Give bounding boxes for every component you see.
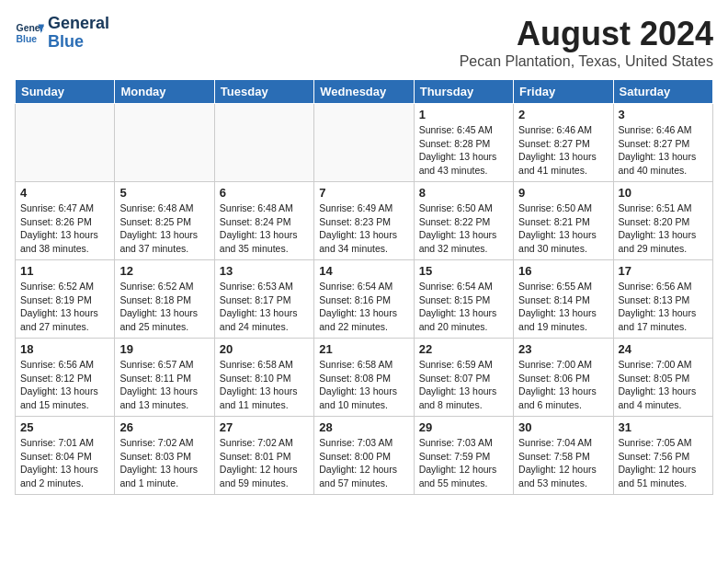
week-row-1: 1Sunrise: 6:45 AMSunset: 8:28 PMDaylight… bbox=[16, 104, 713, 182]
day-info: Sunrise: 7:03 AMSunset: 7:59 PMDaylight:… bbox=[419, 436, 508, 490]
day-number: 16 bbox=[518, 264, 608, 278]
week-row-5: 25Sunrise: 7:01 AMSunset: 8:04 PMDayligh… bbox=[16, 417, 713, 495]
calendar-cell: 26Sunrise: 7:02 AMSunset: 8:03 PMDayligh… bbox=[115, 417, 214, 495]
day-number: 5 bbox=[119, 186, 209, 200]
calendar-cell: 17Sunrise: 6:56 AMSunset: 8:13 PMDayligh… bbox=[613, 260, 712, 339]
day-info: Sunrise: 6:59 AMSunset: 8:07 PMDaylight:… bbox=[419, 358, 508, 412]
day-number: 22 bbox=[419, 342, 508, 356]
day-number: 13 bbox=[220, 264, 309, 278]
day-number: 11 bbox=[20, 264, 109, 278]
calendar-cell: 9Sunrise: 6:50 AMSunset: 8:21 PMDaylight… bbox=[514, 182, 613, 260]
day-number: 20 bbox=[220, 342, 309, 356]
day-number: 1 bbox=[419, 108, 508, 121]
calendar-cell bbox=[214, 104, 313, 182]
week-row-4: 18Sunrise: 6:56 AMSunset: 8:12 PMDayligh… bbox=[16, 339, 713, 417]
calendar-cell: 14Sunrise: 6:54 AMSunset: 8:16 PMDayligh… bbox=[314, 260, 414, 339]
calendar-cell: 22Sunrise: 6:59 AMSunset: 8:07 PMDayligh… bbox=[414, 339, 513, 417]
day-info: Sunrise: 6:53 AMSunset: 8:17 PMDaylight:… bbox=[220, 280, 309, 334]
calendar-cell: 11Sunrise: 6:52 AMSunset: 8:19 PMDayligh… bbox=[16, 260, 115, 339]
day-number: 29 bbox=[419, 420, 508, 434]
calendar-cell: 2Sunrise: 6:46 AMSunset: 8:27 PMDaylight… bbox=[514, 104, 613, 182]
day-info: Sunrise: 7:00 AMSunset: 8:06 PMDaylight:… bbox=[518, 358, 608, 412]
calendar-cell: 24Sunrise: 7:00 AMSunset: 8:05 PMDayligh… bbox=[613, 339, 712, 417]
location-title: Pecan Plantation, Texas, United States bbox=[460, 53, 713, 70]
calendar-cell: 27Sunrise: 7:02 AMSunset: 8:01 PMDayligh… bbox=[214, 417, 313, 495]
logo-icon: General Blue bbox=[15, 18, 44, 48]
day-info: Sunrise: 6:50 AMSunset: 8:22 PMDaylight:… bbox=[419, 201, 508, 256]
day-info: Sunrise: 6:48 AMSunset: 8:25 PMDaylight:… bbox=[119, 201, 209, 256]
day-number: 28 bbox=[319, 420, 408, 434]
day-info: Sunrise: 7:00 AMSunset: 8:05 PMDaylight:… bbox=[619, 358, 708, 412]
day-info: Sunrise: 6:50 AMSunset: 8:21 PMDaylight:… bbox=[518, 201, 608, 256]
weekday-header-wednesday: Wednesday bbox=[314, 80, 414, 104]
day-number: 7 bbox=[319, 186, 408, 200]
day-number: 6 bbox=[220, 186, 309, 200]
calendar-cell bbox=[314, 104, 414, 182]
day-info: Sunrise: 6:52 AMSunset: 8:19 PMDaylight:… bbox=[20, 280, 109, 334]
day-number: 2 bbox=[518, 108, 608, 121]
calendar-cell: 5Sunrise: 6:48 AMSunset: 8:25 PMDaylight… bbox=[115, 182, 214, 260]
day-info: Sunrise: 7:03 AMSunset: 8:00 PMDaylight:… bbox=[319, 436, 408, 490]
calendar-cell: 20Sunrise: 6:58 AMSunset: 8:10 PMDayligh… bbox=[214, 339, 313, 417]
day-info: Sunrise: 6:54 AMSunset: 8:16 PMDaylight:… bbox=[319, 280, 408, 334]
weekday-header-monday: Monday bbox=[115, 80, 214, 104]
day-number: 15 bbox=[419, 264, 508, 278]
weekday-header-thursday: Thursday bbox=[414, 80, 513, 104]
week-row-3: 11Sunrise: 6:52 AMSunset: 8:19 PMDayligh… bbox=[16, 260, 713, 339]
day-info: Sunrise: 6:58 AMSunset: 8:10 PMDaylight:… bbox=[220, 358, 309, 412]
weekday-header-saturday: Saturday bbox=[613, 80, 712, 104]
page-header: General Blue General Blue August 2024 Pe… bbox=[15, 15, 713, 70]
calendar-cell: 21Sunrise: 6:58 AMSunset: 8:08 PMDayligh… bbox=[314, 339, 414, 417]
day-number: 9 bbox=[518, 186, 608, 200]
week-row-2: 4Sunrise: 6:47 AMSunset: 8:26 PMDaylight… bbox=[16, 182, 713, 260]
day-number: 23 bbox=[518, 342, 608, 356]
calendar-cell: 16Sunrise: 6:55 AMSunset: 8:14 PMDayligh… bbox=[514, 260, 613, 339]
day-info: Sunrise: 7:02 AMSunset: 8:01 PMDaylight:… bbox=[220, 436, 309, 490]
day-info: Sunrise: 6:56 AMSunset: 8:12 PMDaylight:… bbox=[20, 358, 109, 412]
calendar-cell: 3Sunrise: 6:46 AMSunset: 8:27 PMDaylight… bbox=[613, 104, 712, 182]
day-info: Sunrise: 7:04 AMSunset: 7:58 PMDaylight:… bbox=[518, 436, 608, 490]
day-number: 21 bbox=[319, 342, 408, 356]
calendar-cell: 31Sunrise: 7:05 AMSunset: 7:56 PMDayligh… bbox=[613, 417, 712, 495]
day-info: Sunrise: 7:02 AMSunset: 8:03 PMDaylight:… bbox=[119, 436, 209, 490]
day-number: 27 bbox=[220, 420, 309, 434]
day-number: 4 bbox=[20, 186, 109, 200]
day-number: 26 bbox=[119, 420, 209, 434]
calendar-cell: 28Sunrise: 7:03 AMSunset: 8:00 PMDayligh… bbox=[314, 417, 414, 495]
month-title: August 2024 bbox=[460, 15, 713, 53]
day-number: 3 bbox=[619, 108, 708, 121]
weekday-header-friday: Friday bbox=[514, 80, 613, 104]
calendar-cell: 10Sunrise: 6:51 AMSunset: 8:20 PMDayligh… bbox=[613, 182, 712, 260]
calendar-cell: 30Sunrise: 7:04 AMSunset: 7:58 PMDayligh… bbox=[514, 417, 613, 495]
calendar-cell bbox=[115, 104, 214, 182]
day-info: Sunrise: 7:05 AMSunset: 7:56 PMDaylight:… bbox=[619, 436, 708, 490]
day-info: Sunrise: 6:57 AMSunset: 8:11 PMDaylight:… bbox=[119, 358, 209, 412]
day-info: Sunrise: 6:51 AMSunset: 8:20 PMDaylight:… bbox=[619, 201, 708, 256]
day-number: 8 bbox=[419, 186, 508, 200]
calendar-cell: 18Sunrise: 6:56 AMSunset: 8:12 PMDayligh… bbox=[16, 339, 115, 417]
title-block: August 2024 Pecan Plantation, Texas, Uni… bbox=[460, 15, 713, 70]
calendar: SundayMondayTuesdayWednesdayThursdayFrid… bbox=[15, 79, 713, 495]
calendar-cell bbox=[16, 104, 115, 182]
day-info: Sunrise: 6:45 AMSunset: 8:28 PMDaylight:… bbox=[419, 123, 508, 178]
day-info: Sunrise: 6:58 AMSunset: 8:08 PMDaylight:… bbox=[319, 358, 408, 412]
calendar-cell: 6Sunrise: 6:48 AMSunset: 8:24 PMDaylight… bbox=[214, 182, 313, 260]
calendar-cell: 12Sunrise: 6:52 AMSunset: 8:18 PMDayligh… bbox=[115, 260, 214, 339]
calendar-cell: 4Sunrise: 6:47 AMSunset: 8:26 PMDaylight… bbox=[16, 182, 115, 260]
weekday-header-row: SundayMondayTuesdayWednesdayThursdayFrid… bbox=[16, 80, 713, 104]
calendar-cell: 15Sunrise: 6:54 AMSunset: 8:15 PMDayligh… bbox=[414, 260, 513, 339]
day-info: Sunrise: 6:46 AMSunset: 8:27 PMDaylight:… bbox=[518, 123, 608, 178]
day-info: Sunrise: 6:54 AMSunset: 8:15 PMDaylight:… bbox=[419, 280, 508, 334]
day-info: Sunrise: 6:52 AMSunset: 8:18 PMDaylight:… bbox=[119, 280, 209, 334]
day-number: 31 bbox=[619, 420, 708, 434]
logo: General Blue General Blue bbox=[15, 15, 109, 52]
day-info: Sunrise: 6:49 AMSunset: 8:23 PMDaylight:… bbox=[319, 201, 408, 256]
day-number: 24 bbox=[619, 342, 708, 356]
calendar-cell: 25Sunrise: 7:01 AMSunset: 8:04 PMDayligh… bbox=[16, 417, 115, 495]
weekday-header-tuesday: Tuesday bbox=[214, 80, 313, 104]
calendar-cell: 8Sunrise: 6:50 AMSunset: 8:22 PMDaylight… bbox=[414, 182, 513, 260]
day-info: Sunrise: 6:56 AMSunset: 8:13 PMDaylight:… bbox=[619, 280, 708, 334]
logo-text: General Blue bbox=[48, 15, 109, 52]
svg-text:Blue: Blue bbox=[17, 33, 38, 43]
calendar-cell: 19Sunrise: 6:57 AMSunset: 8:11 PMDayligh… bbox=[115, 339, 214, 417]
